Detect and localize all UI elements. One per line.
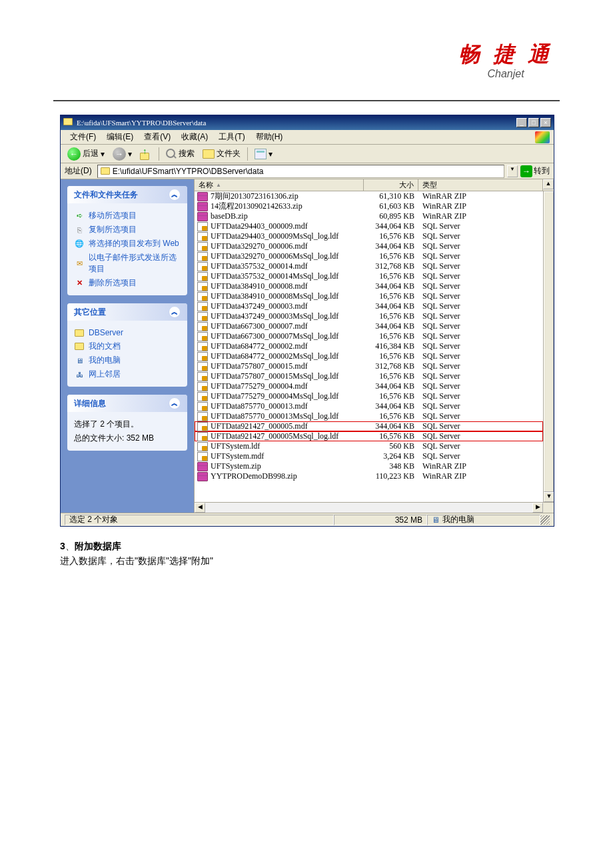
mail-icon: ✉ [74, 258, 85, 269]
menu-tools[interactable]: 工具(T) [213, 131, 250, 143]
vertical-scrollbar[interactable]: ▼ [543, 191, 554, 502]
task-move[interactable]: ➪移动所选项目 [74, 209, 181, 223]
col-name[interactable]: 名称▲ [195, 179, 364, 191]
task-email[interactable]: ✉以电子邮件形式发送所选项目 [74, 251, 181, 276]
maximize-button[interactable]: □ [528, 118, 539, 127]
address-input[interactable]: E:\ufida\UFSmart\YYTPRO\DBServer\data [97, 165, 504, 178]
collapse-icon[interactable]: ︽ [169, 397, 181, 409]
file-row[interactable]: UFTData667300_000007.mdf344,064 KBSQL Se… [195, 321, 543, 331]
address-path: E:\ufida\UFSmart\YYTPRO\DBServer\data [113, 167, 264, 176]
scroll-down-button[interactable]: ▼ [544, 492, 554, 502]
file-row[interactable]: YYTPRODemoDB998.zip110,223 KBWinRAR ZIP [195, 471, 543, 481]
file-type: SQL Server [418, 321, 543, 331]
file-row[interactable]: UFTSystem.zip348 KBWinRAR ZIP [195, 461, 543, 471]
file-row[interactable]: 14流程20130902142633.zip61,603 KBWinRAR ZI… [195, 201, 543, 211]
file-row[interactable]: UFTData437249_000003MsSql_log.ldf16,576 … [195, 311, 543, 321]
file-size: 16,576 KB [364, 311, 418, 321]
file-icon [197, 392, 208, 401]
file-row[interactable]: UFTData775279_000004MsSql_log.ldf16,576 … [195, 391, 543, 401]
address-label: 地址(D) [65, 165, 95, 177]
file-row[interactable]: UFTData357532_000014MsSql_log.ldf16,576 … [195, 271, 543, 281]
up-button[interactable]: ↑ [137, 147, 155, 161]
scroll-left-button[interactable]: ◀ [195, 503, 205, 513]
folder-icon [63, 118, 74, 127]
task-publish[interactable]: 🌐将选择的项目发布到 Web [74, 237, 181, 251]
file-row[interactable]: UFTData775279_000004.mdf344,064 KBSQL Se… [195, 381, 543, 391]
file-name: UFTData294403_000009MsSql_log.ldf [211, 231, 338, 241]
file-row[interactable]: UFTData684772_000002.mdf416,384 KBSQL Se… [195, 341, 543, 351]
col-type[interactable]: 类型 [418, 179, 543, 191]
scroll-thumb[interactable] [544, 191, 554, 492]
file-row[interactable]: UFTSystem.mdf3,264 KBSQL Server [195, 451, 543, 461]
file-name: UFTData384910_000008MsSql_log.ldf [211, 291, 338, 301]
file-row[interactable]: UFTData757807_000015.mdf312,768 KBSQL Se… [195, 361, 543, 371]
file-type: WinRAR ZIP [418, 191, 543, 201]
file-row[interactable]: UFTData667300_000007MsSql_log.ldf16,576 … [195, 331, 543, 341]
file-icon [197, 252, 208, 261]
file-row[interactable]: 7期间20130723161306.zip61,310 KBWinRAR ZIP [195, 191, 543, 201]
place-dbserver[interactable]: DBServer [74, 326, 181, 339]
file-row[interactable]: UFTData329270_000006MsSql_log.ldf16,576 … [195, 251, 543, 261]
address-dropdown[interactable]: ▼ [507, 165, 518, 177]
go-button[interactable]: → 转到 [520, 165, 550, 177]
back-button[interactable]: ← 后退 ▾ [65, 146, 107, 162]
file-row[interactable]: baseDB.zip60,895 KBWinRAR ZIP [195, 211, 543, 221]
file-row[interactable]: UFTData875770_000013MsSql_log.ldf16,576 … [195, 411, 543, 421]
place-network[interactable]: 🖧网上邻居 [74, 367, 181, 381]
file-row[interactable]: UFTData684772_000002MsSql_log.ldf16,576 … [195, 351, 543, 361]
file-row[interactable]: UFTData384910_000008MsSql_log.ldf16,576 … [195, 291, 543, 301]
logo-cn: 畅 捷 通 [458, 40, 553, 69]
scroll-track[interactable] [205, 503, 532, 513]
file-type: SQL Server [418, 221, 543, 231]
scroll-up-button[interactable]: ▲ [543, 179, 554, 189]
menu-view[interactable]: 查看(V) [139, 131, 176, 143]
close-button[interactable]: × [540, 118, 551, 127]
views-icon [255, 149, 267, 159]
folder-icon [203, 149, 215, 159]
scroll-right-button[interactable]: ▶ [532, 503, 543, 513]
file-row[interactable]: UFTData357532_000014.mdf312,768 KBSQL Se… [195, 261, 543, 271]
file-icon [197, 372, 208, 381]
minimize-button[interactable]: _ [516, 118, 527, 127]
file-icon [197, 272, 208, 281]
resize-grip-icon[interactable] [540, 515, 550, 525]
file-row[interactable]: UFTSystem.ldf560 KBSQL Server [195, 441, 543, 451]
menu-edit[interactable]: 编辑(E) [101, 131, 139, 143]
horizontal-scrollbar[interactable]: ◀ ▶ [195, 502, 554, 513]
file-row[interactable]: UFTData437249_000003.mdf344,064 KBSQL Se… [195, 301, 543, 311]
file-row[interactable]: UFTData384910_000008.mdf344,064 KBSQL Se… [195, 281, 543, 291]
folders-button[interactable]: 文件夹 [200, 147, 243, 161]
menu-favorites[interactable]: 收藏(A) [176, 131, 213, 143]
file-row[interactable]: UFTData921427_000005MsSql_log.ldf16,576 … [195, 431, 543, 441]
file-type: SQL Server [418, 331, 543, 341]
file-row[interactable]: UFTData294403_000009.mdf344,064 KBSQL Se… [195, 221, 543, 231]
forward-button[interactable]: → ▾ [110, 146, 135, 162]
file-row[interactable]: UFTData329270_000006.mdf344,064 KBSQL Se… [195, 241, 543, 251]
file-row[interactable]: UFTData294403_000009MsSql_log.ldf16,576 … [195, 231, 543, 241]
file-icon [197, 242, 208, 251]
views-button[interactable]: ▾ [252, 147, 275, 161]
file-size: 344,064 KB [364, 401, 418, 411]
list-body[interactable]: 7期间20130723161306.zip61,310 KBWinRAR ZIP… [195, 191, 543, 502]
col-size[interactable]: 大小 [364, 179, 418, 191]
file-row[interactable]: UFTData921427_000005.mdf344,064 KBSQL Se… [195, 421, 543, 431]
place-documents[interactable]: 我的文档 [74, 339, 181, 353]
menu-help[interactable]: 帮助(H) [251, 131, 289, 143]
file-name: UFTData437249_000003MsSql_log.ldf [211, 311, 338, 321]
file-row[interactable]: UFTData875770_000013.mdf344,064 KBSQL Se… [195, 401, 543, 411]
task-copy[interactable]: ⎘复制所选项目 [74, 223, 181, 237]
file-row[interactable]: UFTData757807_000015MsSql_log.ldf16,576 … [195, 371, 543, 381]
task-delete[interactable]: ✕删除所选项目 [74, 276, 181, 290]
place-computer[interactable]: 🖥我的电脑 [74, 353, 181, 367]
menu-file[interactable]: 文件(F) [65, 131, 101, 143]
file-name: UFTData775279_000004MsSql_log.ldf [211, 391, 338, 401]
titlebar[interactable]: E:\ufida\UFSmart\YYTPRO\DBServer\data _ … [61, 115, 554, 130]
file-type: SQL Server [418, 441, 543, 451]
collapse-icon[interactable]: ︽ [169, 189, 181, 201]
tasks-sidebar: 文件和文件夹任务 ︽ ➪移动所选项目 ⎘复制所选项目 🌐将选择的项目发布到 We… [61, 179, 194, 513]
search-button[interactable]: 搜索 [163, 147, 197, 161]
file-name: UFTData357532_000014.mdf [211, 261, 308, 271]
file-name: UFTSystem.zip [211, 461, 261, 471]
collapse-icon[interactable]: ︽ [169, 306, 181, 318]
file-icon [197, 442, 208, 451]
